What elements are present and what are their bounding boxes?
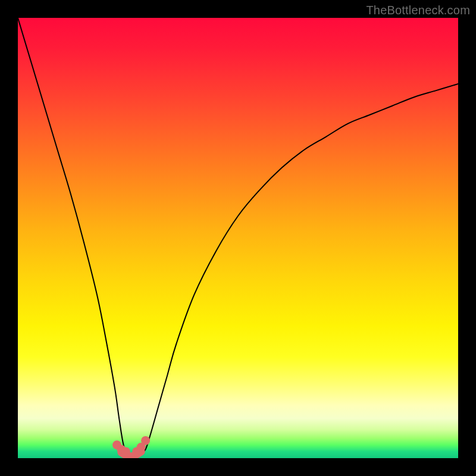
chart-frame [18,18,458,458]
bottleneck-chart [18,18,458,458]
watermark-text: TheBottleneck.com [366,4,470,17]
bottleneck-curve [18,18,458,458]
marker-dot [121,447,130,456]
marker-dot [141,436,150,445]
